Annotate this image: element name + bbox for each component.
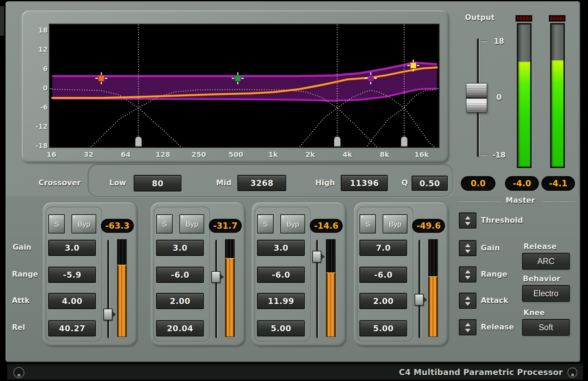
master-range-spinner[interactable] [459, 266, 477, 283]
output-scale-label: 18 [491, 37, 507, 46]
knee-button[interactable]: Soft [522, 319, 570, 336]
master-attack-spinner[interactable] [459, 293, 477, 309]
band4-threshold-fader-handle[interactable] [415, 294, 424, 306]
band4-threshold-readout[interactable]: -49.6 [412, 219, 445, 233]
freq-tick-label: 64 [121, 150, 131, 159]
q-value[interactable]: 0.50 [412, 176, 448, 191]
band2-solo-button[interactable]: S [156, 214, 173, 234]
freq-tick-label: 4k [343, 150, 352, 159]
band2-gain-value[interactable]: 3.0 [156, 240, 204, 256]
band-strip-3: S Byp -14.6 3.0 -6.0 11.99 5.00 [252, 202, 346, 346]
output-gain-readout[interactable]: 0.0 [461, 176, 495, 191]
crossover-mid-label: Mid [216, 179, 232, 187]
band3-threshold-fader-handle[interactable] [312, 251, 321, 263]
row-label-attack: Attk [12, 296, 29, 305]
release-mode-button[interactable]: ARC [522, 253, 570, 270]
band4-bypass-button[interactable]: Byp [383, 214, 408, 234]
band3-release-value[interactable]: 5.00 [257, 320, 305, 337]
crossover-handle [334, 137, 340, 146]
behavior-button[interactable]: Electro [522, 285, 570, 302]
db-tick-label: -12 [36, 123, 48, 130]
band1-gain-value[interactable]: 3.0 [48, 240, 96, 256]
plugin-title: C4 Multiband Parametric Processor [399, 368, 563, 377]
crossover-handle [401, 137, 407, 146]
clip-led-left [515, 15, 532, 22]
band4-attack-value[interactable]: 2.00 [360, 293, 407, 309]
master-divider-line [542, 200, 575, 201]
window-edge-notch [0, 6, 4, 36]
band4-release-value[interactable]: 5.00 [360, 320, 407, 337]
master-attack-label: Attack [481, 296, 508, 305]
db-tick-label: 12 [39, 46, 48, 53]
crossover-high-value[interactable]: 11396 [341, 175, 388, 191]
master-section-title: Master [506, 196, 535, 205]
meter-peak-readout-right[interactable]: -4.1 [541, 176, 575, 191]
band1-solo-button[interactable]: S [48, 214, 65, 234]
crossover-low-value[interactable]: 80 [134, 175, 182, 192]
band2-threshold-fader-track[interactable] [215, 240, 218, 338]
db-tick-label: 0 [43, 84, 48, 92]
band1-release-value[interactable]: 40.27 [48, 320, 96, 337]
band1-threshold-fader-handle[interactable] [103, 309, 112, 320]
behavior-label: Behavior [523, 275, 560, 283]
freq-tick-label: 16 [47, 150, 56, 159]
band2-range-value[interactable]: -6.0 [156, 267, 204, 283]
band3-range-value[interactable]: -6.0 [257, 267, 305, 283]
band3-eq-marker [368, 76, 374, 81]
band2-threshold-readout[interactable]: -31.7 [209, 219, 242, 233]
row-label-release: Rel [12, 323, 25, 332]
band2-bypass-button[interactable]: Byp [179, 214, 204, 234]
band1-threshold-readout[interactable]: -63.3 [101, 219, 134, 233]
band1-level-meter [117, 239, 127, 337]
master-threshold-label: Threshold [481, 216, 523, 224]
band4-threshold-fader-track[interactable] [418, 240, 421, 338]
crossover-section-label: Crossover [39, 179, 81, 187]
logo-circle-icon [567, 367, 577, 378]
output-fader-knob[interactable] [466, 83, 487, 113]
frequency-axis: 1632641282505001k2k4k8k16k [49, 150, 439, 160]
plugin-window: 181260-6-12-18 1632641282505001k2k4k8k16… [0, 0, 588, 381]
freq-tick-label: 500 [228, 150, 243, 159]
band3-solo-button[interactable]: S [257, 214, 274, 234]
master-threshold-spinner[interactable] [459, 213, 477, 229]
freq-tick-label: 8k [380, 150, 389, 159]
master-release-spinner[interactable] [459, 319, 477, 335]
meter-peak-readout-left[interactable]: -4.0 [505, 176, 539, 191]
master-release-label: Release [481, 323, 514, 331]
crossover-mid-value[interactable]: 3268 [238, 175, 286, 191]
band2-attack-value[interactable]: 2.00 [156, 293, 204, 309]
clip-led-right [549, 15, 566, 22]
band1-bypass-button[interactable]: Byp [71, 214, 96, 234]
band1-attack-value[interactable]: 4.00 [48, 293, 96, 309]
title-bar: C4 Multiband Parametric Processor [7, 364, 583, 380]
band3-bypass-button[interactable]: Byp [280, 214, 305, 234]
crossover-low-label: Low [109, 179, 126, 187]
band1-threshold-fader-track[interactable] [107, 240, 110, 338]
band4-eq-marker [410, 63, 416, 68]
band-strip-4: S Byp -49.6 7.0 -6.0 2.00 5.00 [354, 202, 448, 346]
freq-tick-label: 1k [268, 150, 278, 159]
band2-threshold-fader-handle[interactable] [211, 271, 220, 283]
crossover-handle [135, 137, 142, 146]
band4-level-meter [428, 239, 438, 337]
band4-gain-value[interactable]: 7.0 [360, 240, 407, 256]
band2-release-value[interactable]: 20.04 [156, 320, 204, 337]
band3-threshold-readout[interactable]: -14.6 [310, 219, 343, 233]
knee-label: Knee [524, 309, 545, 317]
output-scale-tick [481, 40, 488, 42]
wavesystem-logo-icon[interactable] [13, 367, 25, 378]
band4-solo-button[interactable]: S [360, 214, 376, 234]
db-tick-label: -18 [36, 142, 48, 150]
band2-level-meter [225, 239, 235, 337]
frequency-response-screen [49, 24, 439, 148]
freq-tick-label: 128 [156, 150, 170, 159]
band3-attack-value[interactable]: 11.99 [257, 293, 305, 309]
output-scale-label: -18 [491, 151, 507, 159]
band1-range-value[interactable]: -5.9 [48, 267, 96, 283]
output-scale-label: 0 [491, 93, 507, 102]
band3-threshold-fader-track[interactable] [316, 240, 319, 338]
band4-range-value[interactable]: -6.0 [360, 267, 407, 283]
band3-gain-value[interactable]: 3.0 [257, 240, 305, 256]
freq-tick-label: 32 [84, 150, 94, 159]
master-gain-spinner[interactable] [459, 240, 477, 256]
